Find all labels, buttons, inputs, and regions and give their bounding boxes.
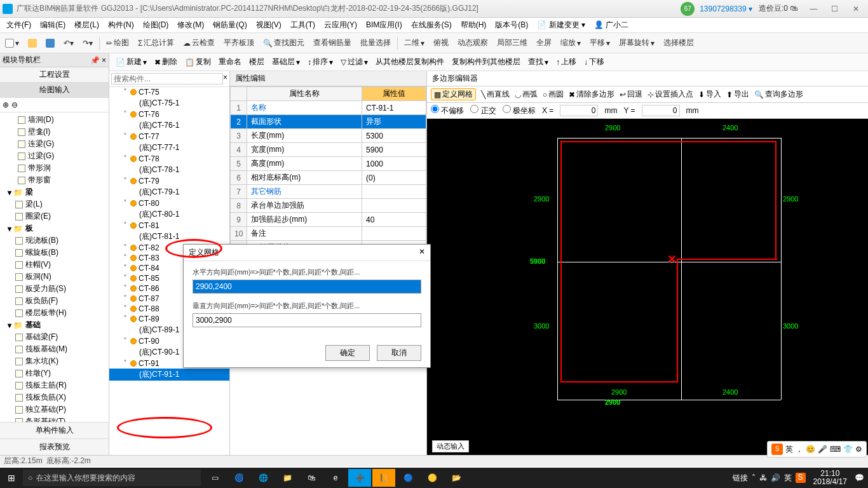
explorer-icon[interactable]: 📁 xyxy=(276,469,299,487)
tray-link[interactable]: 链接 xyxy=(733,473,748,484)
cloud-check-button[interactable]: ☁ 云检查 xyxy=(180,37,217,48)
nav-tree[interactable]: 墙洞(D) 壁龛(I) 连梁(G) 过梁(G) 带形洞 带形窗 ▾ 📁 梁 梁(… xyxy=(0,112,109,422)
ct-node[interactable]: ˅CT-77 xyxy=(109,132,229,142)
user-label[interactable]: 👤 广小二 xyxy=(590,18,632,32)
opt-ortho[interactable]: 正交 xyxy=(470,105,496,116)
sum-button[interactable]: Σ 汇总计算 xyxy=(135,37,177,48)
menu-cloud[interactable]: 云应用(Y) xyxy=(320,18,361,32)
ct-node[interactable]: ˅CT-75 xyxy=(109,87,229,97)
rename-button[interactable]: 重命名 xyxy=(216,56,244,68)
h-spacing-input[interactable] xyxy=(193,280,421,294)
ct-sub[interactable]: (底)CT-81-1 xyxy=(109,231,229,243)
ct-sub[interactable]: (底)CT-76-1 xyxy=(109,119,229,132)
prop-row[interactable]: 10备注 xyxy=(231,227,426,241)
delete-button[interactable]: ✖ 删除 xyxy=(152,56,180,68)
expand-icon[interactable]: ⊕ xyxy=(3,100,9,109)
prop-row[interactable]: 4宽度(mm)5900 xyxy=(231,143,426,157)
app-icon-5[interactable]: 📂 xyxy=(445,469,468,487)
ct-sub[interactable]: (底)CT-75-1 xyxy=(109,97,229,109)
copy-from-button[interactable]: 从其他楼层复制构件 xyxy=(373,56,447,68)
app-icon-3[interactable]: 🔵 xyxy=(397,469,419,487)
tray-up-icon[interactable]: ˄ xyxy=(752,473,756,482)
prop-row[interactable]: 6相对底标高(m)(0) xyxy=(231,171,426,185)
phone-number[interactable]: 13907298339 ▾ xyxy=(700,4,752,13)
moveup-button[interactable]: ↑ 上移 xyxy=(553,56,579,68)
new-change-button[interactable]: 📄 新建变更 ▾ xyxy=(533,18,589,32)
ct-node[interactable]: ˅CT-81 xyxy=(109,220,229,231)
menu-draw[interactable]: 绘图(D) xyxy=(139,18,173,32)
v-spacing-input[interactable] xyxy=(193,313,421,327)
undo-button[interactable]: ↩ 回退 xyxy=(620,89,642,100)
sort-button[interactable]: ↕ 排序 ▾ xyxy=(305,56,336,68)
draw-button[interactable]: ✏ 绘图 xyxy=(104,37,132,48)
ct-node[interactable]: ˅CT-76 xyxy=(109,109,229,119)
tab-single[interactable]: 单构件输入 xyxy=(0,422,109,438)
export-button[interactable]: ⬆ 导出 xyxy=(726,89,749,100)
ok-button[interactable]: 确定 xyxy=(325,345,370,361)
prop-row[interactable]: 9加强筋起步(mm)40 xyxy=(231,213,426,227)
collapse-icon[interactable]: ⊖ xyxy=(11,100,18,109)
clear-button[interactable]: ✖ 清除多边形 xyxy=(569,89,614,100)
zoom-button[interactable]: 缩放 ▾ xyxy=(558,37,583,48)
menu-file[interactable]: 文件(F) xyxy=(3,18,35,32)
notifications-icon[interactable]: 💬 xyxy=(855,473,864,482)
view2d-button[interactable]: 二维 ▾ xyxy=(402,37,427,48)
movedown-button[interactable]: ↓ 下移 xyxy=(581,56,607,68)
select-floor-button[interactable]: 选择楼层 xyxy=(661,37,696,48)
menu-bim[interactable]: BIM应用(I) xyxy=(362,18,406,32)
menu-edit[interactable]: 编辑(E) xyxy=(36,18,69,32)
prop-row[interactable]: 3长度(mm)5300 xyxy=(231,129,426,143)
flat-top-button[interactable]: 平齐板顶 xyxy=(221,37,257,48)
tray-sogou-icon[interactable]: S xyxy=(796,473,806,483)
local3d-button[interactable]: 局部三维 xyxy=(494,37,530,48)
ct-sub[interactable]: (底)CT-78-1 xyxy=(109,164,229,176)
tab-report[interactable]: 报表预览 xyxy=(0,438,109,455)
query-button[interactable]: 🔍 查询多边形 xyxy=(754,89,803,100)
draw-circle-button[interactable]: ○ 画圆 xyxy=(543,89,564,100)
ime-toolbar[interactable]: S 英 ， 😊 🎤 ⌨ 👕 ⚙ xyxy=(767,441,867,458)
ct-node[interactable]: ˅CT-79 xyxy=(109,176,229,186)
menu-tool[interactable]: 工具(T) xyxy=(287,18,319,32)
menu-floor[interactable]: 楼层(L) xyxy=(71,18,103,32)
tab-draw[interactable]: 绘图输入 xyxy=(0,83,109,98)
edge-icon[interactable]: 🌐 xyxy=(252,469,275,487)
orbit-button[interactable]: 动态观察 xyxy=(455,37,491,48)
view-rebar-button[interactable]: 查看钢筋量 xyxy=(311,37,354,48)
app-icon-2[interactable]: 📙 xyxy=(372,469,395,487)
taskview-icon[interactable]: ▭ xyxy=(203,469,226,487)
tray-volume-icon[interactable]: 🔊 xyxy=(771,473,780,482)
menu-version[interactable]: 版本号(B) xyxy=(491,18,532,32)
tray-ime-icon[interactable]: 英 xyxy=(784,473,792,484)
menu-component[interactable]: 构件(N) xyxy=(104,18,138,32)
dynamic-input-tag[interactable]: 动态输入 xyxy=(432,440,469,452)
ct-sub[interactable]: (底)CT-91-1 xyxy=(109,369,229,381)
store-icon[interactable]: 🛍 xyxy=(300,469,323,487)
find-button[interactable]: 查找 ▾ xyxy=(526,56,551,68)
draw-arc-button[interactable]: ◡ 画弧 xyxy=(515,89,538,100)
floor-combo[interactable]: 楼层 xyxy=(247,56,267,68)
menu-modify[interactable]: 修改(M) xyxy=(173,18,208,32)
maximize-button[interactable]: ☐ xyxy=(825,4,844,13)
score-badge[interactable]: 67 xyxy=(681,2,695,16)
ie-icon[interactable]: e xyxy=(324,469,347,487)
open-icon[interactable] xyxy=(25,39,39,48)
opt-nooffset[interactable]: 不偏移 xyxy=(431,105,464,116)
start-button[interactable]: ⊞ xyxy=(0,473,23,483)
save-icon[interactable] xyxy=(43,39,57,48)
menu-help[interactable]: 帮助(H) xyxy=(457,18,491,32)
y-input[interactable] xyxy=(642,105,680,116)
search-input[interactable] xyxy=(111,73,223,85)
opt-polar[interactable]: 极坐标 xyxy=(503,105,536,116)
draw-line-button[interactable]: ╲ 画直线 xyxy=(481,89,510,100)
x-input[interactable] xyxy=(560,105,598,116)
rotate-button[interactable]: 屏幕旋转 ▾ xyxy=(616,37,657,48)
baselayer-combo[interactable]: 基础层 ▾ xyxy=(269,56,302,68)
tab-project[interactable]: 工程设置 xyxy=(0,67,109,83)
tray-network-icon[interactable]: 🖧 xyxy=(759,473,767,482)
dialog-close-icon[interactable]: ✕ xyxy=(419,247,425,258)
find-elem-button[interactable]: 🔍 查找图元 xyxy=(261,37,307,48)
menu-rebar[interactable]: 钢筋量(Q) xyxy=(209,18,250,32)
prop-row[interactable]: 5高度(mm)1000 xyxy=(231,157,426,171)
menu-view[interactable]: 视图(V) xyxy=(252,18,285,32)
taskbar-search[interactable]: ○ 在这里输入你想要搜索的内容 xyxy=(23,470,201,486)
